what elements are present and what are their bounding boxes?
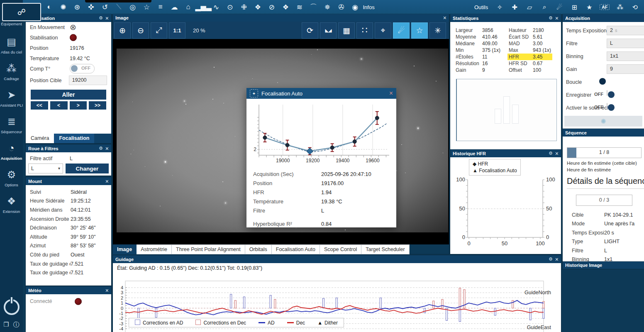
zoom-out-button[interactable]: ⊖	[132, 22, 149, 39]
svg-text:-4: -4	[119, 326, 123, 331]
flip-horizontal-button[interactable]: ◣◢	[320, 22, 337, 39]
galaxy-sketch-icon[interactable]: ✧	[492, 3, 507, 11]
parallelogram-icon[interactable]: ▱	[522, 3, 537, 11]
layers-icon[interactable]: ≋	[293, 3, 307, 12]
focuser-step-button-3[interactable]: >>	[89, 101, 106, 110]
more-icon[interactable]: ⋮	[642, 3, 644, 11]
guider-icon[interactable]: ◎	[126, 3, 140, 12]
tab-cam-ra[interactable]: Caméra	[26, 134, 54, 143]
curve-box-icon[interactable]: ⌒	[307, 2, 321, 12]
gear-icon[interactable]: ⚙	[549, 15, 553, 21]
close-icon[interactable]: ×	[555, 151, 559, 156]
start-capture-button[interactable]: ✺	[564, 116, 642, 127]
puzzle-icon[interactable]: ❖	[251, 3, 265, 12]
star-field-icon[interactable]: ⁂	[612, 3, 627, 11]
sidebar-item-acquisition[interactable]: ◔Acquisition	[0, 140, 23, 167]
temp-comp-toggle[interactable]: OFF	[70, 64, 95, 73]
close-icon[interactable]: ×	[555, 15, 559, 21]
cloud-icon[interactable]: ☁	[168, 3, 182, 12]
gear-icon[interactable]: ⚙	[99, 15, 103, 21]
close-icon[interactable]: ×	[443, 15, 446, 21]
autofocus-af-icon[interactable]: AF	[600, 4, 610, 10]
info-icon[interactable]: ⓘ	[13, 321, 20, 329]
flat-panel-icon[interactable]: ☆	[140, 3, 154, 12]
pad-plus-icon[interactable]: ✚	[507, 3, 522, 11]
select-filtre[interactable]: L	[607, 39, 644, 48]
infos-label[interactable]: Infos	[363, 4, 375, 10]
tab-image[interactable]: Image	[113, 244, 137, 254]
select-binning[interactable]: 1x1	[607, 51, 644, 61]
camera-icon[interactable]: ◐	[42, 3, 56, 11]
sidebar-item-options[interactable]: ⚙Options	[0, 167, 23, 193]
sidebar-item-equipement[interactable]: Équipement	[0, 22, 23, 34]
connect-equipment-button[interactable]: ☍	[2, 3, 41, 21]
bahtinov-button[interactable]: ✳	[429, 22, 446, 39]
toggle-enregistrer[interactable]: OFF	[607, 90, 607, 96]
target-position-input[interactable]: 19200	[69, 76, 107, 85]
focuser-step-button-0[interactable]: <<	[31, 101, 48, 110]
tab-focalisation[interactable]: Focalisation	[54, 134, 94, 143]
sidebar-item-assistant-plu[interactable]: ➤Assistant PLU	[0, 87, 23, 114]
tab-orbitals[interactable]: Orbitals	[245, 244, 272, 254]
gear-icon[interactable]: ⚙	[549, 256, 553, 262]
crosshair-button[interactable]: ⌖	[375, 22, 391, 39]
connected-graph-icon[interactable]: ∿	[209, 3, 223, 12]
autofocus-dialog-titlebar[interactable]: ✦ Focalisation Auto ×	[246, 88, 396, 99]
shield-icon[interactable]: ✙	[237, 3, 251, 12]
filter-select[interactable]: L▾	[28, 164, 63, 173]
bar-chart-icon[interactable]: ▂▅▃	[195, 3, 210, 12]
aperture-icon[interactable]: ✺	[56, 3, 71, 12]
input-gain[interactable]: 9	[607, 64, 644, 74]
zoom-1-1-button[interactable]: 1:1	[169, 22, 185, 39]
orbit-icon[interactable]: ⊘	[265, 3, 279, 12]
sidebar-item-cadrage[interactable]: ⁂Cadrage	[0, 61, 23, 87]
sidebar-item-sequenceur[interactable]: ≣Séquenceur	[0, 114, 23, 140]
zoom-fit-button[interactable]: ⤢	[151, 22, 167, 39]
toggle-activer-le-sous-éch[interactable]: OFF	[607, 103, 607, 109]
zoom-in-button[interactable]: ⊕	[114, 22, 131, 39]
sidebar-item-extension[interactable]: ❖Extension	[0, 193, 23, 220]
manual-book-icon[interactable]: ❒	[3, 321, 9, 329]
film-reel-icon[interactable]: ✇	[334, 3, 349, 12]
puzzle-icon-2[interactable]: ❖	[279, 3, 293, 12]
auto-stretch-wand-button[interactable]: ☄	[393, 22, 410, 39]
telescope-icon[interactable]: ⟍	[112, 3, 126, 11]
sidebar-item-atlas-du-ciel[interactable]: ▤Atlas du ciel	[0, 34, 23, 61]
close-icon[interactable]: ×	[105, 15, 109, 21]
wand-icon[interactable]: ☄	[552, 3, 567, 11]
switch-icon[interactable]: ≡	[154, 3, 168, 11]
close-icon[interactable]: ×	[555, 256, 559, 262]
star-detect-button[interactable]: ∷	[356, 22, 373, 39]
input-temps-exposition[interactable]: 2s	[607, 26, 644, 35]
gear-icon[interactable]: ⚙	[549, 151, 553, 156]
focuser-icon[interactable]: ✜	[84, 3, 98, 12]
dome-icon[interactable]: ⌂	[181, 3, 195, 11]
tab-three-point-polar-alignment[interactable]: Three Point Polar Alignment	[172, 244, 245, 254]
star-annotate-button[interactable]: ☆	[411, 22, 428, 39]
power-icon[interactable]	[4, 299, 20, 315]
rotator-icon[interactable]: ↺	[98, 3, 112, 12]
tab-target-scheduler[interactable]: Target Scheduler	[361, 244, 410, 254]
star-icon[interactable]: ★	[582, 3, 597, 11]
gear-icon[interactable]: ⚙	[99, 146, 103, 151]
wheel-icon[interactable]: ✵	[320, 3, 334, 12]
bulb-icon[interactable]: ⊙	[223, 3, 237, 12]
change-filter-button[interactable]: Changer	[66, 164, 109, 173]
tab-astrom-trie[interactable]: Astrométrie	[137, 244, 172, 254]
focuser-step-button-2[interactable]: >	[70, 101, 87, 110]
move-focuser-button[interactable]: Aller	[31, 90, 106, 100]
tab-focalisation-auto[interactable]: Focalisation Auto	[272, 244, 320, 254]
close-icon[interactable]: ×	[105, 178, 109, 184]
spiral-infos-icon[interactable]: ◉	[348, 3, 362, 12]
platesolve-magnifier-icon[interactable]: ⌕	[537, 3, 552, 11]
calculator-icon[interactable]: ⊞	[567, 3, 582, 11]
close-icon[interactable]: ×	[389, 90, 393, 97]
focuser-step-button-1[interactable]: <	[50, 101, 68, 110]
rotate-button[interactable]: ⟳	[302, 22, 318, 39]
history-icon[interactable]: ⟲	[627, 3, 642, 11]
close-icon[interactable]: ×	[105, 146, 109, 151]
grid-button[interactable]: ▦	[338, 22, 355, 39]
filter-wheel-icon[interactable]: ⊛	[70, 3, 84, 12]
close-icon[interactable]: ×	[105, 288, 109, 293]
tab-scope-control[interactable]: Scope Control	[320, 244, 361, 254]
